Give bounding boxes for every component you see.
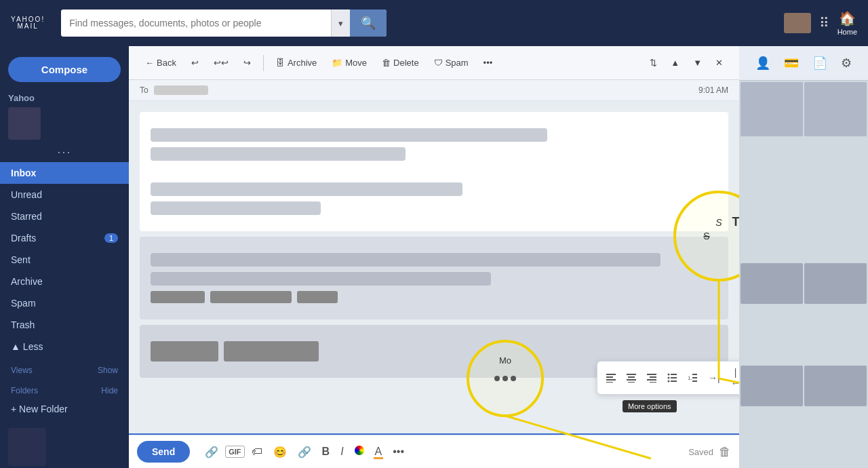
align-center-button[interactable] xyxy=(622,370,641,385)
right-panel-contact-icon[interactable]: 👤 xyxy=(753,53,773,73)
svg-text:1.: 1. xyxy=(688,375,692,381)
right-panel-settings-icon[interactable]: ⚙ xyxy=(838,53,854,73)
delete-label: Delete xyxy=(393,58,419,68)
attach-link-button[interactable]: 🔗 xyxy=(201,443,222,461)
folders-label: Folders xyxy=(11,386,38,395)
sidebar-item-unread[interactable]: Unread xyxy=(0,184,129,206)
new-folder-item[interactable]: + New Folder xyxy=(0,398,129,420)
align-right-icon xyxy=(647,373,656,383)
less-toggle[interactable]: ▲ Less xyxy=(0,336,129,357)
spam-button[interactable]: 🛡 Spam xyxy=(429,55,474,71)
attach-link-2-button[interactable]: 🔗 xyxy=(294,443,315,461)
font-color-button[interactable]: A xyxy=(371,443,387,461)
collapse-button[interactable]: ▼ xyxy=(688,55,707,71)
sidebar-item-inbox[interactable]: Inbox xyxy=(0,162,129,184)
italic-button[interactable]: I xyxy=(336,443,347,461)
svg-point-16 xyxy=(668,381,670,383)
svg-rect-5 xyxy=(628,376,635,378)
svg-point-12 xyxy=(668,374,670,376)
bullet-list-button[interactable] xyxy=(663,370,682,385)
move-button[interactable]: 📁 Move xyxy=(326,55,372,71)
topbar-right: ⠿ 🏠 Home xyxy=(784,10,857,36)
blurred-content-2 xyxy=(151,147,406,161)
move-label: Move xyxy=(345,58,367,68)
archive-button[interactable]: 🗄 Archive xyxy=(271,55,322,71)
compose-button[interactable]: Compose xyxy=(8,57,121,82)
reply-button[interactable]: ↩ xyxy=(186,55,204,71)
expand-button[interactable]: ▲ xyxy=(665,55,685,71)
compose-area: Send 🔗 GIF 🏷 😊 🔗 B I A ••• xyxy=(129,433,739,468)
bold-button[interactable]: B xyxy=(318,443,334,461)
new-folder-label: + New Folder xyxy=(11,404,68,414)
right-panel-toolbar: 👤 💳 📄 ⚙ xyxy=(739,46,868,81)
home-label: Home xyxy=(837,28,857,36)
sidebar-item-trash[interactable]: Trash xyxy=(0,314,129,336)
reply-all-button[interactable]: ↩↩ xyxy=(208,55,234,71)
filter-button[interactable]: ⇅ xyxy=(644,55,663,71)
send-button[interactable]: Send xyxy=(137,441,190,463)
blurred-content-1 xyxy=(151,128,547,142)
more-options-tooltip: More options xyxy=(623,400,677,412)
chevron-up-icon: ▲ xyxy=(11,341,20,352)
color-picker-button[interactable] xyxy=(351,443,368,461)
align-left-button[interactable] xyxy=(601,370,620,385)
attach-gif-button[interactable]: GIF xyxy=(225,446,244,458)
yahoo-thumbnail xyxy=(8,107,41,140)
align-right-button[interactable] xyxy=(642,370,661,385)
sidebar-item-drafts[interactable]: Drafts 1 xyxy=(0,227,129,249)
spam-label: Spam xyxy=(446,58,469,68)
sidebar-item-archive[interactable]: Archive xyxy=(0,271,129,292)
folders-hide-button[interactable]: Hide xyxy=(101,386,118,395)
to-label: To xyxy=(140,85,149,95)
forward-button[interactable]: ↪ xyxy=(238,55,256,71)
search-input[interactable] xyxy=(61,9,331,37)
back-button[interactable]: ← Back xyxy=(140,55,182,71)
svg-rect-0 xyxy=(606,374,616,375)
color-circle-icon xyxy=(355,446,364,455)
archive-label: Archive xyxy=(11,276,43,287)
to-address xyxy=(154,85,208,95)
more-compose-options-button[interactable]: ••• xyxy=(389,443,408,461)
archive-label: Archive xyxy=(288,58,317,68)
emoji-button[interactable]: 😊 xyxy=(269,443,291,461)
apps-grid-icon[interactable]: ⠿ xyxy=(819,15,829,31)
sidebar-item-spam[interactable]: Spam xyxy=(0,292,129,314)
close-button[interactable]: ✕ xyxy=(710,55,728,71)
topbar: YAHOO! MAIL ▾ 🔍 ⠿ 🏠 Home xyxy=(0,0,868,46)
more-options-icon: ••• xyxy=(484,58,493,68)
outdent-button[interactable]: |← xyxy=(726,364,739,391)
drafts-badge: 1 xyxy=(104,233,118,243)
blurred-row-2 xyxy=(151,341,717,362)
delete-compose-button[interactable]: 🗑 xyxy=(719,445,731,459)
search-go-button[interactable]: 🔍 xyxy=(350,9,387,37)
attach-sticker-button[interactable]: 🏷 xyxy=(248,443,267,461)
panel-thumbnail-5 xyxy=(741,366,803,406)
views-show-button[interactable]: Show xyxy=(98,366,118,375)
email-body xyxy=(129,101,739,394)
blurred-dark-4 xyxy=(151,341,218,362)
panel-thumbnail-4 xyxy=(804,263,867,304)
right-panel-doc-icon[interactable]: 📄 xyxy=(810,53,830,73)
panel-thumbnail-3 xyxy=(741,263,803,304)
forward-icon: ↪ xyxy=(243,58,251,68)
svg-rect-2 xyxy=(606,379,616,381)
email-header-bar: To 9:01 AM xyxy=(129,80,739,101)
more-email-options-button[interactable]: ••• xyxy=(478,55,498,71)
search-dropdown-button[interactable]: ▾ xyxy=(331,9,350,37)
panel-gap-1 xyxy=(741,198,867,201)
align-left-icon xyxy=(606,373,616,383)
home-button[interactable]: 🏠 Home xyxy=(837,10,857,36)
numbered-list-button[interactable]: 1. xyxy=(683,370,702,385)
svg-point-14 xyxy=(668,377,670,379)
sidebar-item-sent[interactable]: Sent xyxy=(0,249,129,271)
delete-button[interactable]: 🗑 Delete xyxy=(376,55,425,71)
yahoo-dots[interactable]: ... xyxy=(8,142,121,157)
sidebar-item-starred[interactable]: Starred xyxy=(0,206,129,227)
email-toolbar: ← Back ↩ ↩↩ ↪ 🗄 Archive 📁 Move 🗑 xyxy=(129,46,739,80)
bullet-list-icon xyxy=(667,373,677,383)
svg-rect-11 xyxy=(650,382,656,383)
right-panel-card-icon[interactable]: 💳 xyxy=(781,53,802,73)
indent-button[interactable]: →| xyxy=(703,370,725,386)
svg-rect-7 xyxy=(628,382,635,383)
starred-label: Starred xyxy=(11,211,42,222)
